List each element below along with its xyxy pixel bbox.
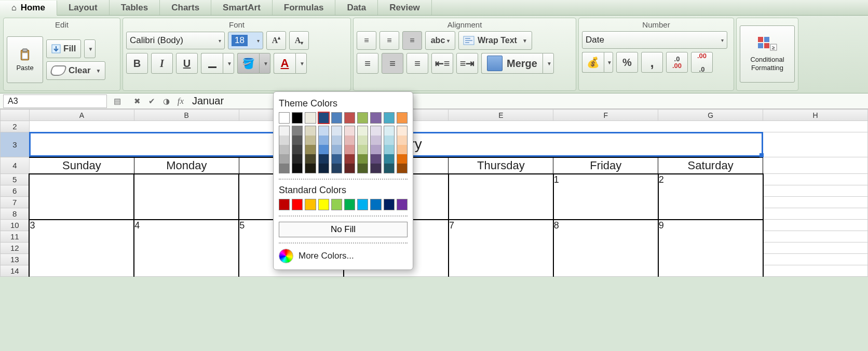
standard-color-swatch[interactable] [305,199,316,210]
align-middle-button[interactable]: ≡ [379,31,399,50]
row-header[interactable]: 11 [1,231,30,242]
col-header-E[interactable]: E [449,110,553,121]
currency-button[interactable]: 💰 [582,52,604,73]
calendar-cell[interactable]: 8 [553,220,658,277]
row-header[interactable]: 7 [1,197,30,208]
standard-color-swatch[interactable] [357,199,368,210]
spreadsheet-grid[interactable]: A B C D E F G H 2 3 January 4 Sunday Mon… [0,109,868,277]
calendar-cell[interactable] [134,174,239,220]
orientation-button[interactable]: abc▾ [425,31,455,50]
theme-color-swatch[interactable] [331,112,342,124]
fx-button[interactable]: fx [173,95,188,108]
standard-color-swatch[interactable] [318,199,329,210]
fill-color-menu[interactable]: ▼ [259,53,270,74]
theme-shade-swatch[interactable] [384,154,394,164]
decrease-decimal-button[interactable]: .0.00 [666,52,688,73]
calendar-cell[interactable]: 1 [553,174,658,220]
align-bottom-button[interactable]: ≡ [402,31,422,50]
comma-button[interactable]: , [641,52,663,73]
theme-shade-swatch[interactable] [358,154,368,164]
theme-shade-swatch[interactable] [345,136,355,145]
row-header[interactable]: 8 [1,208,30,220]
day-header[interactable]: Monday [134,157,239,174]
theme-shade-swatch[interactable] [371,164,381,173]
more-colors-button[interactable]: More Colors... [279,249,408,263]
paste-button[interactable]: Paste [7,36,43,83]
theme-color-swatch[interactable] [279,112,290,124]
fill-menu[interactable]: ▼ [84,39,96,58]
theme-color-swatch[interactable] [397,112,408,124]
theme-shade-swatch[interactable] [397,145,407,154]
clear-button[interactable]: Clear▼ [46,61,105,80]
theme-shade-swatch[interactable] [319,126,329,136]
row-header[interactable]: 13 [1,254,30,265]
formula-builder-button[interactable]: ◑ [159,95,173,108]
shrink-font-button[interactable]: A▾ [289,31,309,50]
calendar-cell[interactable] [29,174,134,220]
italic-button[interactable]: I [151,53,173,74]
standard-color-swatch[interactable] [344,199,355,210]
align-right-button[interactable]: ≡ [406,53,428,74]
day-header[interactable]: Thursday [449,157,553,174]
col-header-B[interactable]: B [134,110,239,121]
tab-review[interactable]: Review [378,0,432,15]
theme-shade-swatch[interactable] [345,145,355,154]
grow-font-button[interactable]: A▴ [266,31,286,50]
calendar-cell[interactable] [449,174,553,220]
tab-layout[interactable]: Layout [57,0,110,15]
tab-home[interactable]: ⌂Home [0,1,57,16]
theme-shade-swatch[interactable] [279,136,289,145]
calendar-cell[interactable]: 3 [29,220,134,277]
row-header[interactable]: 6 [1,185,30,197]
theme-shade-swatch[interactable] [358,145,368,154]
fill-button[interactable]: Fill [46,39,81,58]
border-button[interactable] [201,53,223,74]
standard-color-swatch[interactable] [384,199,395,210]
accept-formula-button[interactable]: ✔ [144,95,159,108]
tab-charts[interactable]: Charts [160,0,211,15]
row-header[interactable]: 12 [1,242,30,254]
theme-shade-swatch[interactable] [305,126,315,136]
theme-shade-swatch[interactable] [292,164,302,173]
font-size-select[interactable]: 18▾ [228,32,263,49]
theme-shade-swatch[interactable] [292,145,302,154]
tab-data[interactable]: Data [335,0,378,15]
theme-shade-swatch[interactable] [371,126,381,136]
align-top-button[interactable]: ≡ [357,31,376,50]
theme-color-swatch[interactable] [318,112,329,124]
align-left-button[interactable]: ≡ [357,53,378,74]
theme-color-swatch[interactable] [357,112,368,124]
theme-shade-swatch[interactable] [279,154,289,164]
calendar-cell[interactable]: 9 [658,220,763,277]
day-header[interactable]: Saturday [658,157,763,174]
percent-button[interactable]: % [616,52,638,73]
number-format-select[interactable]: Date▾ [582,31,727,49]
theme-shade-swatch[interactable] [345,154,355,164]
calendar-cell[interactable]: 7 [449,220,553,277]
theme-shade-swatch[interactable] [345,126,355,136]
day-header[interactable]: Sunday [29,157,134,174]
font-color-button[interactable]: A [274,53,295,74]
theme-shade-swatch[interactable] [305,164,315,173]
theme-shade-swatch[interactable] [332,145,342,154]
name-box-stepper[interactable]: ▤ [110,95,125,108]
standard-color-swatch[interactable] [370,199,381,210]
theme-shade-swatch[interactable] [332,164,342,173]
theme-shade-swatch[interactable] [384,126,394,136]
row-header[interactable]: 4 [1,157,30,174]
theme-shade-swatch[interactable] [358,164,368,173]
theme-shade-swatch[interactable] [371,145,381,154]
theme-shade-swatch[interactable] [371,154,381,164]
theme-shade-swatch[interactable] [371,136,381,145]
theme-shade-swatch[interactable] [305,136,315,145]
no-fill-button[interactable]: No Fill [279,222,408,237]
standard-color-swatch[interactable] [292,199,303,210]
theme-shade-swatch[interactable] [292,154,302,164]
theme-shade-swatch[interactable] [279,164,289,173]
calendar-cell[interactable]: 4 [134,220,239,277]
bold-button[interactable]: B [126,53,148,74]
theme-shade-swatch[interactable] [279,126,289,136]
standard-color-swatch[interactable] [279,199,290,210]
tab-formulas[interactable]: Formulas [273,0,336,15]
increase-indent-button[interactable]: ≡⇥ [456,53,478,74]
